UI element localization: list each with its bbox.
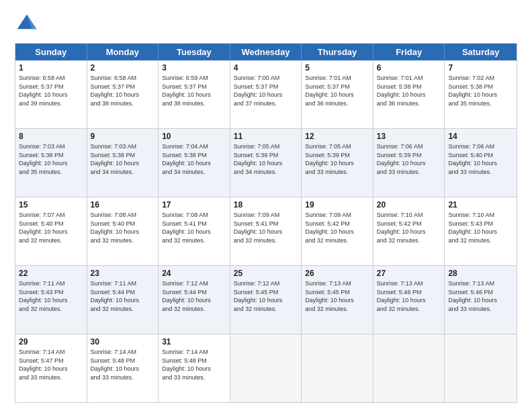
day-number: 11 [234,132,298,141]
calendar-cell-1: 1Sunrise: 6:58 AM Sunset: 5:37 PM Daylig… [15,60,87,128]
day-number: 29 [19,337,83,347]
day-info: Sunrise: 6:59 AM Sunset: 5:37 PM Dayligh… [162,74,226,107]
weekday-header-friday: Friday [373,44,445,60]
calendar-cell-10: 10Sunrise: 7:04 AM Sunset: 5:38 PM Dayli… [159,129,230,197]
day-number: 7 [448,63,513,73]
weekday-header-wednesday: Wednesday [230,44,302,60]
day-info: Sunrise: 7:10 AM Sunset: 5:42 PM Dayligh… [377,211,441,244]
calendar-cell-12: 12Sunrise: 7:05 AM Sunset: 5:39 PM Dayli… [302,129,373,197]
day-info: Sunrise: 7:11 AM Sunset: 5:43 PM Dayligh… [19,279,83,313]
calendar-cell-19: 19Sunrise: 7:09 AM Sunset: 5:42 PM Dayli… [302,197,373,265]
weekday-header-tuesday: Tuesday [159,44,230,60]
calendar-cell-13: 13Sunrise: 7:06 AM Sunset: 5:39 PM Dayli… [373,129,445,197]
calendar-cell-9: 9Sunrise: 7:03 AM Sunset: 5:38 PM Daylig… [87,129,159,197]
calendar-cell-empty [373,334,445,402]
calendar-cell-empty [302,334,373,402]
day-info: Sunrise: 7:10 AM Sunset: 5:43 PM Dayligh… [448,211,513,244]
day-info: Sunrise: 7:13 AM Sunset: 5:46 PM Dayligh… [377,279,441,313]
day-info: Sunrise: 7:14 AM Sunset: 5:48 PM Dayligh… [162,348,226,381]
day-number: 6 [377,63,441,73]
calendar-cell-4: 4Sunrise: 7:00 AM Sunset: 5:37 PM Daylig… [230,60,302,128]
day-number: 26 [305,269,369,278]
day-number: 1 [19,63,83,73]
day-number: 12 [305,132,369,141]
day-info: Sunrise: 7:04 AM Sunset: 5:38 PM Dayligh… [162,142,226,176]
day-number: 2 [91,63,155,73]
weekday-header-saturday: Saturday [445,44,517,60]
day-number: 31 [162,337,226,347]
day-number: 9 [91,132,155,141]
calendar-cell-17: 17Sunrise: 7:08 AM Sunset: 5:41 PM Dayli… [159,197,230,265]
day-number: 23 [91,269,155,278]
day-info: Sunrise: 7:08 AM Sunset: 5:40 PM Dayligh… [91,211,155,244]
calendar-cell-29: 29Sunrise: 7:14 AM Sunset: 5:47 PM Dayli… [15,334,87,402]
day-number: 30 [91,337,155,347]
day-info: Sunrise: 7:12 AM Sunset: 5:45 PM Dayligh… [234,279,298,313]
calendar: SundayMondayTuesdayWednesdayThursdayFrid… [15,43,517,403]
day-info: Sunrise: 7:06 AM Sunset: 5:40 PM Dayligh… [448,142,513,176]
page: SundayMondayTuesdayWednesdayThursdayFrid… [0,0,532,411]
calendar-cell-30: 30Sunrise: 7:14 AM Sunset: 5:48 PM Dayli… [87,334,159,402]
day-info: Sunrise: 7:06 AM Sunset: 5:39 PM Dayligh… [377,142,441,176]
calendar-header: SundayMondayTuesdayWednesdayThursdayFrid… [15,44,517,60]
calendar-cell-5: 5Sunrise: 7:01 AM Sunset: 5:37 PM Daylig… [302,60,373,128]
day-info: Sunrise: 7:13 AM Sunset: 5:46 PM Dayligh… [448,279,513,313]
logo-icon [15,12,39,36]
day-info: Sunrise: 7:02 AM Sunset: 5:38 PM Dayligh… [448,74,513,107]
calendar-cell-28: 28Sunrise: 7:13 AM Sunset: 5:46 PM Dayli… [445,266,517,334]
day-info: Sunrise: 7:14 AM Sunset: 5:47 PM Dayligh… [19,348,83,381]
calendar-row-4: 22Sunrise: 7:11 AM Sunset: 5:43 PM Dayli… [15,265,517,334]
calendar-cell-21: 21Sunrise: 7:10 AM Sunset: 5:43 PM Dayli… [445,197,517,265]
day-number: 15 [19,200,83,210]
weekday-header-thursday: Thursday [302,44,373,60]
day-number: 4 [234,63,298,73]
day-number: 22 [19,269,83,278]
calendar-cell-18: 18Sunrise: 7:09 AM Sunset: 5:41 PM Dayli… [230,197,302,265]
day-info: Sunrise: 7:05 AM Sunset: 5:39 PM Dayligh… [234,142,298,176]
day-info: Sunrise: 6:58 AM Sunset: 5:37 PM Dayligh… [19,74,83,107]
logo [15,12,42,36]
day-number: 5 [305,63,369,73]
day-number: 27 [377,269,441,278]
calendar-row-1: 1Sunrise: 6:58 AM Sunset: 5:37 PM Daylig… [15,60,517,128]
day-info: Sunrise: 7:08 AM Sunset: 5:41 PM Dayligh… [162,211,226,244]
day-number: 19 [305,200,369,210]
day-number: 3 [162,63,226,73]
day-number: 16 [91,200,155,210]
day-info: Sunrise: 7:09 AM Sunset: 5:42 PM Dayligh… [305,211,369,244]
calendar-cell-24: 24Sunrise: 7:12 AM Sunset: 5:44 PM Dayli… [159,266,230,334]
day-info: Sunrise: 7:09 AM Sunset: 5:41 PM Dayligh… [234,211,298,244]
calendar-cell-20: 20Sunrise: 7:10 AM Sunset: 5:42 PM Dayli… [373,197,445,265]
calendar-row-3: 15Sunrise: 7:07 AM Sunset: 5:40 PM Dayli… [15,197,517,265]
calendar-cell-16: 16Sunrise: 7:08 AM Sunset: 5:40 PM Dayli… [87,197,159,265]
header [15,12,517,36]
calendar-cell-27: 27Sunrise: 7:13 AM Sunset: 5:46 PM Dayli… [373,266,445,334]
calendar-cell-15: 15Sunrise: 7:07 AM Sunset: 5:40 PM Dayli… [15,197,87,265]
day-number: 25 [234,269,298,278]
day-number: 24 [162,269,226,278]
calendar-cell-empty [445,334,517,402]
day-info: Sunrise: 7:00 AM Sunset: 5:37 PM Dayligh… [234,74,298,107]
calendar-cell-8: 8Sunrise: 7:03 AM Sunset: 5:38 PM Daylig… [15,129,87,197]
day-info: Sunrise: 6:58 AM Sunset: 5:37 PM Dayligh… [91,74,155,107]
calendar-cell-empty [230,334,302,402]
day-info: Sunrise: 7:03 AM Sunset: 5:38 PM Dayligh… [91,142,155,176]
day-number: 21 [448,200,513,210]
calendar-cell-3: 3Sunrise: 6:59 AM Sunset: 5:37 PM Daylig… [159,60,230,128]
day-number: 10 [162,132,226,141]
day-number: 13 [377,132,441,141]
calendar-cell-23: 23Sunrise: 7:11 AM Sunset: 5:44 PM Dayli… [87,266,159,334]
day-info: Sunrise: 7:01 AM Sunset: 5:37 PM Dayligh… [305,74,369,107]
calendar-cell-26: 26Sunrise: 7:13 AM Sunset: 5:45 PM Dayli… [302,266,373,334]
calendar-row-5: 29Sunrise: 7:14 AM Sunset: 5:47 PM Dayli… [15,334,517,402]
day-info: Sunrise: 7:01 AM Sunset: 5:38 PM Dayligh… [377,74,441,107]
day-number: 20 [377,200,441,210]
calendar-cell-14: 14Sunrise: 7:06 AM Sunset: 5:40 PM Dayli… [445,129,517,197]
day-info: Sunrise: 7:11 AM Sunset: 5:44 PM Dayligh… [91,279,155,313]
calendar-cell-2: 2Sunrise: 6:58 AM Sunset: 5:37 PM Daylig… [87,60,159,128]
day-info: Sunrise: 7:14 AM Sunset: 5:48 PM Dayligh… [91,348,155,381]
day-number: 8 [19,132,83,141]
day-info: Sunrise: 7:07 AM Sunset: 5:40 PM Dayligh… [19,211,83,244]
day-number: 17 [162,200,226,210]
weekday-header-sunday: Sunday [15,44,87,60]
